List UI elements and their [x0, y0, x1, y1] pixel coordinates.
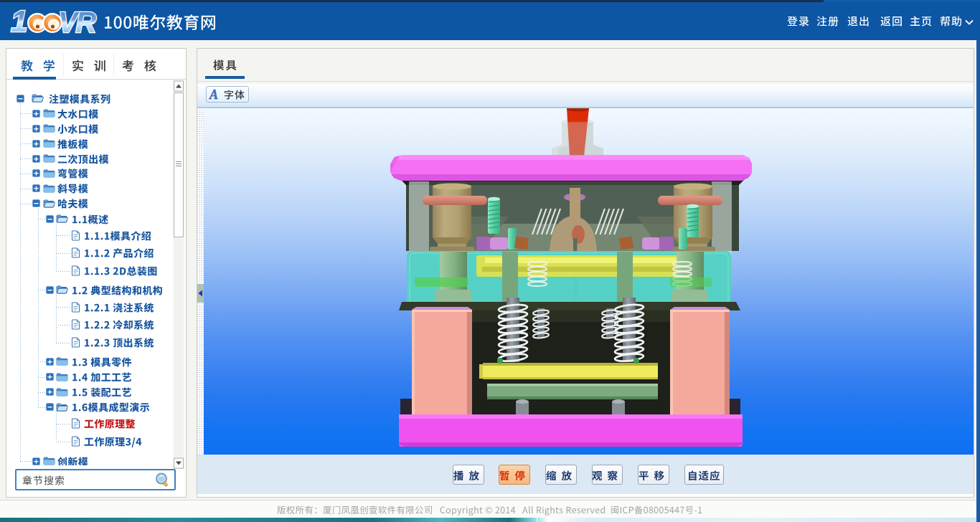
svg-text:A: A: [209, 87, 218, 102]
svg-text:1: 1: [11, 4, 27, 38]
svg-text:VR: VR: [58, 6, 96, 38]
